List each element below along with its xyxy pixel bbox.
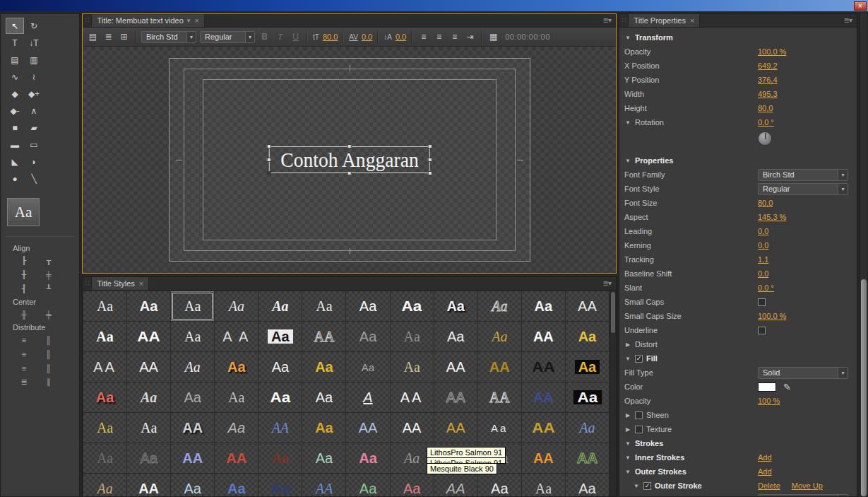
underline-button[interactable]: U: [290, 30, 302, 43]
convert-anchor-point-tool[interactable]: ∧: [25, 103, 43, 119]
style-swatch[interactable]: Aa: [346, 474, 389, 496]
twirl-open-icon[interactable]: ▼: [624, 119, 631, 126]
style-swatch[interactable]: AA: [391, 382, 434, 412]
twirl-open-icon[interactable]: ▼: [624, 158, 631, 164]
style-swatch[interactable]: Aa: [346, 352, 389, 382]
style-swatch[interactable]: Aa: [302, 443, 345, 473]
fill-type-dropdown[interactable]: Solid▾: [758, 367, 848, 379]
style-swatch[interactable]: AA: [171, 413, 214, 443]
style-swatch[interactable]: Aa: [258, 474, 302, 496]
tab-close-icon[interactable]: ×: [194, 16, 198, 25]
pen-tool[interactable]: ◆: [6, 86, 24, 102]
style-swatch[interactable]: AA: [478, 382, 521, 412]
width-value[interactable]: 495,3: [758, 90, 778, 98]
style-swatch[interactable]: Aa: [391, 291, 434, 321]
style-swatch[interactable]: AA: [522, 413, 565, 443]
style-swatch[interactable]: Aa: [258, 291, 302, 321]
style-swatch[interactable]: Aa: [478, 474, 521, 496]
align-vertical-bottom[interactable]: ┸: [37, 283, 60, 295]
canvas-text-selection[interactable]: Contoh Anggaran: [268, 146, 429, 173]
baseline-shift-value[interactable]: 0,0: [758, 269, 768, 278]
style-swatch[interactable]: AA: [171, 443, 214, 473]
style-swatch[interactable]: Aa: [566, 352, 609, 382]
font-style-dropdown[interactable]: Regular▾: [758, 183, 848, 195]
new-title-button[interactable]: ▤: [87, 30, 99, 43]
window-titlebar[interactable]: ×: [0, 0, 868, 11]
font-family-dropdown[interactable]: Birch Std▾: [758, 169, 848, 181]
style-swatch[interactable]: Aa: [83, 291, 126, 321]
align-vertical-top[interactable]: ┰: [37, 255, 60, 267]
italic-button[interactable]: T: [274, 30, 286, 43]
style-swatch[interactable]: AA: [127, 352, 170, 382]
style-swatch[interactable]: AA: [215, 443, 258, 473]
vertical-path-type-tool[interactable]: ≀: [25, 69, 43, 85]
vertical-area-type-tool[interactable]: ▥: [25, 52, 43, 68]
twirl-collapsed-icon[interactable]: ▶: [624, 426, 631, 433]
style-swatch[interactable]: Aa: [478, 322, 521, 351]
x-position-value[interactable]: 649,2: [758, 62, 778, 70]
style-swatch[interactable]: AA: [434, 382, 477, 412]
twirl-open-icon[interactable]: ▼: [624, 440, 631, 447]
style-swatch[interactable]: AA: [522, 352, 565, 382]
style-sample-swatch[interactable]: Aa: [7, 198, 40, 226]
slant-value[interactable]: 0,0 °: [758, 283, 774, 292]
panel-menu-icon[interactable]: ≣▾: [603, 14, 616, 27]
style-swatch[interactable]: Aa: [391, 474, 434, 496]
distribute-vertical-even[interactable]: ≣: [13, 376, 35, 388]
style-swatch[interactable]: AA: [346, 413, 389, 443]
twirl-open-icon[interactable]: ▼: [624, 469, 631, 475]
distribute-horizontal-even[interactable]: ∥: [37, 376, 60, 388]
chevron-down-icon[interactable]: ▾: [838, 184, 848, 194]
chevron-down-icon[interactable]: ▾: [838, 170, 848, 180]
aspect-value[interactable]: 145,3 %: [758, 213, 786, 221]
style-swatch[interactable]: AA: [434, 413, 477, 443]
chevron-down-icon[interactable]: ▾: [187, 17, 191, 24]
add-link[interactable]: Add: [758, 467, 772, 476]
style-swatch[interactable]: A: [346, 382, 389, 412]
distribute-vertical-top[interactable]: ≡: [13, 334, 35, 346]
style-swatch[interactable]: Aa: [83, 443, 126, 473]
kerning-value[interactable]: 0,0: [362, 33, 372, 41]
align-center-button[interactable]: ≡: [433, 30, 445, 43]
font-size-value[interactable]: 80,0: [323, 33, 338, 41]
style-swatch[interactable]: Aa: [258, 443, 302, 473]
title-properties-tab[interactable]: Title Properties ×: [628, 14, 700, 27]
style-swatch[interactable]: Aa: [566, 413, 609, 443]
style-swatch[interactable]: Aa: [566, 474, 609, 496]
timecode-display[interactable]: 00:00:00:00: [505, 33, 550, 41]
panel-menu-icon[interactable]: ≣▾: [844, 14, 857, 27]
style-swatch[interactable]: Aa: [522, 474, 565, 496]
distribute-vertical-bottom[interactable]: ≡: [13, 362, 35, 374]
selection-handle[interactable]: [266, 158, 270, 162]
distribute-horizontal-left[interactable]: ║: [37, 334, 60, 346]
style-swatch[interactable]: Aa: [566, 322, 609, 351]
style-swatch[interactable]: Aa: [171, 352, 214, 382]
style-swatch[interactable]: Aa: [171, 322, 214, 351]
style-swatch[interactable]: Aa: [391, 352, 434, 382]
style-swatch[interactable]: Aa: [346, 443, 389, 473]
styles-scrollbar[interactable]: [610, 291, 616, 496]
selection-handle[interactable]: [428, 171, 432, 175]
wedge-tool[interactable]: ◣: [6, 153, 24, 170]
show-background-video-button[interactable]: ▦: [487, 30, 499, 43]
distribute-horizontal-center[interactable]: ║: [37, 348, 60, 360]
style-swatch[interactable]: Aa: [258, 382, 302, 412]
style-swatch[interactable]: AA: [566, 443, 609, 473]
twirl-open-icon[interactable]: ▼: [633, 483, 640, 489]
twirl-collapsed-icon[interactable]: ▶: [624, 412, 631, 419]
style-swatch[interactable]: Aa: [215, 352, 258, 382]
style-swatch[interactable]: A A: [215, 322, 258, 351]
center-horizontal[interactable]: ╫: [13, 308, 35, 320]
scrollbar-thumb[interactable]: [861, 279, 867, 496]
style-swatch[interactable]: AA: [302, 322, 345, 351]
align-left-button[interactable]: ≡: [417, 30, 429, 43]
outer-stroke-checkbox[interactable]: ✓: [643, 482, 651, 490]
opacity-value[interactable]: 100 %: [758, 397, 780, 405]
delete-link[interactable]: Delete: [758, 481, 780, 490]
style-swatch[interactable]: Aa: [83, 413, 126, 443]
fill-checkbox[interactable]: ✓: [635, 355, 643, 363]
selection-tool[interactable]: ↖: [6, 18, 24, 34]
style-swatch[interactable]: Aa: [522, 291, 565, 321]
vertical-type-tool[interactable]: ↓T: [25, 35, 43, 51]
style-swatch[interactable]: AA: [522, 322, 565, 351]
